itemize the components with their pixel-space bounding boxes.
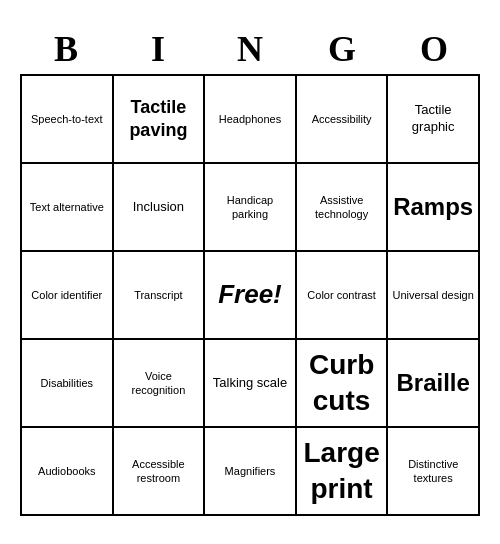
- bingo-cell-text: Color contrast: [307, 288, 375, 302]
- bingo-cell: Free!: [205, 252, 297, 340]
- bingo-cell-text: Accessible restroom: [118, 457, 200, 486]
- bingo-cell: Large print: [297, 428, 389, 516]
- bingo-cell-text: Accessibility: [312, 112, 372, 126]
- bingo-cell: Curb cuts: [297, 340, 389, 428]
- bingo-cell-text: Color identifier: [31, 288, 102, 302]
- bingo-cell: Assistive technology: [297, 164, 389, 252]
- bingo-cell-text: Large print: [301, 435, 383, 508]
- bingo-cell: Voice recognition: [114, 340, 206, 428]
- bingo-cell: Distinctive textures: [388, 428, 480, 516]
- bingo-cell: Universal design: [388, 252, 480, 340]
- bingo-cell: Color identifier: [22, 252, 114, 340]
- bingo-cell: Accessibility: [297, 76, 389, 164]
- bingo-cell: Accessible restroom: [114, 428, 206, 516]
- bingo-cell: Disabilities: [22, 340, 114, 428]
- bingo-letter: G: [296, 28, 388, 70]
- bingo-letter: O: [388, 28, 480, 70]
- bingo-letter: B: [20, 28, 112, 70]
- bingo-cell-text: Inclusion: [133, 199, 184, 216]
- bingo-cell-text: Distinctive textures: [392, 457, 474, 486]
- bingo-cell-text: Text alternative: [30, 200, 104, 214]
- bingo-cell-text: Transcript: [134, 288, 183, 302]
- bingo-cell-text: Magnifiers: [225, 464, 276, 478]
- bingo-cell-text: Assistive technology: [301, 193, 383, 222]
- bingo-letter: I: [112, 28, 204, 70]
- bingo-cell: Braille: [388, 340, 480, 428]
- bingo-cell: Transcript: [114, 252, 206, 340]
- bingo-cell-text: Headphones: [219, 112, 281, 126]
- bingo-grid: Speech-to-textTactile pavingHeadphonesAc…: [20, 74, 480, 516]
- bingo-cell: Handicap parking: [205, 164, 297, 252]
- bingo-cell-text: Speech-to-text: [31, 112, 103, 126]
- bingo-cell: Audiobooks: [22, 428, 114, 516]
- bingo-cell-text: Voice recognition: [118, 369, 200, 398]
- bingo-cell-text: Ramps: [393, 191, 473, 222]
- bingo-cell: Headphones: [205, 76, 297, 164]
- bingo-cell: Speech-to-text: [22, 76, 114, 164]
- bingo-cell: Text alternative: [22, 164, 114, 252]
- bingo-cell: Tactile paving: [114, 76, 206, 164]
- bingo-cell: Inclusion: [114, 164, 206, 252]
- bingo-cell-text: Talking scale: [213, 375, 287, 392]
- bingo-cell-text: Tactile graphic: [392, 102, 474, 136]
- bingo-cell-text: Free!: [218, 278, 282, 312]
- bingo-card: BINGO Speech-to-textTactile pavingHeadph…: [10, 18, 490, 526]
- bingo-title: BINGO: [20, 28, 480, 70]
- bingo-cell: Magnifiers: [205, 428, 297, 516]
- bingo-cell-text: Disabilities: [41, 376, 94, 390]
- bingo-cell-text: Tactile paving: [118, 96, 200, 143]
- bingo-cell-text: Handicap parking: [209, 193, 291, 222]
- bingo-cell-text: Braille: [397, 367, 470, 398]
- bingo-cell: Talking scale: [205, 340, 297, 428]
- bingo-cell: Tactile graphic: [388, 76, 480, 164]
- bingo-cell-text: Universal design: [393, 288, 474, 302]
- bingo-cell: Ramps: [388, 164, 480, 252]
- bingo-cell-text: Audiobooks: [38, 464, 96, 478]
- bingo-letter: N: [204, 28, 296, 70]
- bingo-cell: Color contrast: [297, 252, 389, 340]
- bingo-cell-text: Curb cuts: [301, 347, 383, 420]
